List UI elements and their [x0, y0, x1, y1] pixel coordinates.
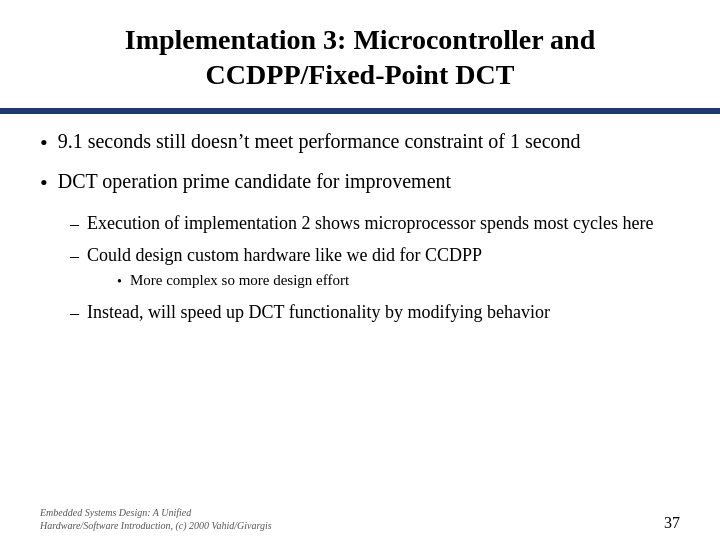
title-line2: CCDPP/Fixed-Point DCT — [206, 59, 515, 90]
sub-bullet-2: – Could design custom hardware like we d… — [70, 243, 680, 295]
bullet-icon-2: • — [40, 169, 48, 198]
sub-text-3: Instead, will speed up DCT functionality… — [87, 300, 550, 324]
sub-bullet-1: – Execution of implementation 2 shows mi… — [70, 211, 680, 236]
main-bullet-1: • 9.1 seconds still doesn’t meet perform… — [40, 128, 680, 158]
main-bullet-2: • DCT operation prime candidate for impr… — [40, 168, 680, 198]
sub-sub-text-1: More complex so more design effort — [130, 271, 349, 291]
slide-title: Implementation 3: Microcontroller and CC… — [40, 22, 680, 92]
sub-dash-3: – — [70, 302, 79, 325]
bullet-text-2: DCT operation prime candidate for improv… — [58, 168, 451, 195]
footer-line1: Embedded Systems Design: A Unified — [40, 507, 191, 518]
footer-citation: Embedded Systems Design: A Unified Hardw… — [40, 506, 272, 532]
title-area: Implementation 3: Microcontroller and CC… — [0, 0, 720, 102]
sub-bullets: – Execution of implementation 2 shows mi… — [70, 211, 680, 332]
sub-text-2: Could design custom hardware like we did… — [87, 245, 482, 265]
sub-dash-2: – — [70, 245, 79, 268]
content-area: • 9.1 seconds still doesn’t meet perform… — [0, 114, 720, 500]
footer-line2: Hardware/Software Introduction, (c) 2000… — [40, 520, 272, 531]
bullet-icon-1: • — [40, 129, 48, 158]
bullet-text-1: 9.1 seconds still doesn’t meet performan… — [58, 128, 581, 155]
slide-footer: Embedded Systems Design: A Unified Hardw… — [0, 500, 720, 540]
slide: Implementation 3: Microcontroller and CC… — [0, 0, 720, 540]
sub-sub-bullets: • More complex so more design effort — [117, 271, 482, 291]
page-number: 37 — [664, 514, 680, 532]
sub-text-1: Execution of implementation 2 shows micr… — [87, 211, 653, 235]
title-line1: Implementation 3: Microcontroller and — [125, 24, 596, 55]
sub-dash-1: – — [70, 213, 79, 236]
sub-sub-dot-1: • — [117, 274, 122, 290]
sub-bullet-3: – Instead, will speed up DCT functionali… — [70, 300, 680, 325]
sub-sub-bullet-1: • More complex so more design effort — [117, 271, 482, 291]
